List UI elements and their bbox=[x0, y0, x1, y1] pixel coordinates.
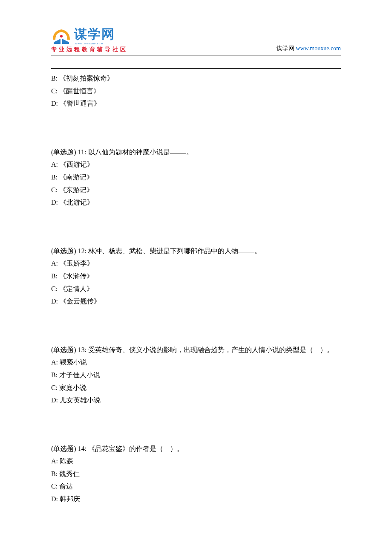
logo-tagline: 专业远程教育辅导社区 bbox=[51, 46, 128, 53]
option-text: 陈森 bbox=[60, 457, 73, 465]
option-text: 俞达 bbox=[59, 483, 73, 490]
option-text: 才子佳人小说 bbox=[59, 371, 100, 379]
question-number: 12: bbox=[78, 247, 86, 254]
option-row: C: 俞达 bbox=[51, 480, 341, 493]
question-stem: (单选题) 13: 受英雄传奇、侠义小说的影响，出现融合趋势，产生的人情小说的类… bbox=[51, 344, 341, 356]
logo-row: 谋学网 www.mouxue.com bbox=[51, 26, 128, 45]
question-11: (单选题) 11: 以八仙为题材的神魔小说是。 A: 《西游记》 B: 《南游记… bbox=[51, 146, 341, 209]
question-text-pre: 以八仙为题材的神魔小说是 bbox=[88, 148, 170, 156]
question-stem: (单选题) 14: 《品花宝鉴》的作者是（ ）。 bbox=[51, 442, 341, 455]
question-12: (单选题) 12: 林冲、杨志、武松、柴进是下列哪部作品中的人物。 A: 《玉娇… bbox=[51, 245, 341, 308]
question-number: 13: bbox=[78, 346, 86, 353]
question-text-post: 。 bbox=[186, 148, 193, 156]
option-text: 《水浒传》 bbox=[59, 272, 93, 280]
blank-fill bbox=[170, 147, 186, 153]
option-row: A: 猥亵小说 bbox=[51, 356, 341, 369]
option-text: 《南游记》 bbox=[59, 173, 93, 181]
question-text-post: 。 bbox=[254, 247, 261, 254]
site-name: 谋学网 bbox=[277, 45, 294, 52]
option-row: B: 《初刻拍案惊奇》 bbox=[51, 72, 341, 85]
option-row: A: 《西游记》 bbox=[51, 158, 341, 171]
option-label: D: bbox=[51, 298, 58, 305]
option-label: D: bbox=[51, 199, 58, 206]
question-stem: (单选题) 12: 林冲、杨志、武松、柴进是下列哪部作品中的人物。 bbox=[51, 245, 341, 257]
question-text-pre: 受英雄传奇、侠义小说的影响，出现融合趋势，产生的人情小说的类型是（ ）。 bbox=[88, 346, 334, 353]
question-number: 11: bbox=[78, 148, 86, 156]
option-label: C: bbox=[51, 87, 58, 95]
option-label: C: bbox=[51, 186, 58, 194]
page-header: 谋学网 www.mouxue.com 专业远程教育辅导社区 谋学网 www.mo… bbox=[51, 26, 341, 53]
option-label: B: bbox=[51, 470, 58, 477]
content-divider bbox=[51, 68, 341, 69]
option-row: C: 《东游记》 bbox=[51, 184, 341, 197]
option-row: D: 《金云翘传》 bbox=[51, 295, 341, 308]
option-label: A: bbox=[51, 457, 58, 465]
option-row: B: 才子佳人小说 bbox=[51, 369, 341, 382]
option-text: 《警世通言》 bbox=[60, 100, 101, 107]
option-text: 儿女英雄小说 bbox=[60, 396, 101, 404]
option-label: C: bbox=[51, 285, 58, 292]
option-label: B: bbox=[51, 75, 58, 82]
option-text: 韩邦庆 bbox=[60, 495, 80, 503]
option-row: D: 韩邦庆 bbox=[51, 493, 341, 506]
option-row: C: 《定情人》 bbox=[51, 283, 341, 295]
question-number: 14: bbox=[78, 445, 86, 452]
question-partial: B: 《初刻拍案惊奇》 C: 《醒世恒言》 D: 《警世通言》 bbox=[51, 72, 341, 110]
option-text: 《初刻拍案惊奇》 bbox=[59, 75, 114, 82]
option-label: A: bbox=[51, 358, 58, 366]
option-label: C: bbox=[51, 483, 58, 490]
option-text: 《金云翘传》 bbox=[60, 298, 101, 305]
header-site-label: 谋学网 www.mouxue.com bbox=[277, 45, 341, 53]
option-row: B: 魏秀仁 bbox=[51, 468, 341, 480]
option-text: 《北游记》 bbox=[60, 199, 94, 206]
option-label: B: bbox=[51, 272, 58, 280]
logo-icon bbox=[51, 27, 72, 44]
option-label: B: bbox=[51, 173, 58, 181]
option-row: A: 陈森 bbox=[51, 455, 341, 468]
question-type: (单选题) bbox=[51, 148, 76, 156]
option-label: C: bbox=[51, 384, 58, 391]
option-row: C: 《醒世恒言》 bbox=[51, 85, 341, 98]
question-type: (单选题) bbox=[51, 445, 76, 452]
option-row: D: 儿女英雄小说 bbox=[51, 394, 341, 407]
logo-text: 谋学网 bbox=[74, 26, 115, 43]
site-link[interactable]: www.mouxue.com bbox=[296, 45, 341, 52]
question-text-pre: 《品花宝鉴》的作者是（ ）。 bbox=[88, 445, 184, 452]
question-14: (单选题) 14: 《品花宝鉴》的作者是（ ）。 A: 陈森 B: 魏秀仁 C:… bbox=[51, 442, 341, 506]
question-stem: (单选题) 11: 以八仙为题材的神魔小说是。 bbox=[51, 146, 341, 159]
header-divider bbox=[51, 55, 341, 55]
logo-block: 谋学网 www.mouxue.com 专业远程教育辅导社区 bbox=[51, 26, 128, 53]
option-label: D: bbox=[51, 396, 58, 404]
option-label: A: bbox=[51, 161, 58, 168]
question-type: (单选题) bbox=[51, 247, 76, 254]
logo-text-block: 谋学网 www.mouxue.com bbox=[74, 26, 115, 45]
option-row: B: 《水浒传》 bbox=[51, 270, 341, 283]
option-label: A: bbox=[51, 260, 58, 267]
question-type: (单选题) bbox=[51, 346, 76, 353]
question-text-pre: 林冲、杨志、武松、柴进是下列哪部作品中的人物 bbox=[88, 247, 238, 254]
option-text: 《醒世恒言》 bbox=[59, 87, 100, 95]
page-container: 谋学网 www.mouxue.com 专业远程教育辅导社区 谋学网 www.mo… bbox=[0, 0, 392, 555]
option-text: 《西游记》 bbox=[60, 161, 94, 168]
option-row: B: 《南游记》 bbox=[51, 171, 341, 184]
option-text: 家庭小说 bbox=[59, 384, 86, 391]
option-label: B: bbox=[51, 371, 58, 379]
option-row: D: 《警世通言》 bbox=[51, 97, 341, 110]
option-label: D: bbox=[51, 100, 58, 107]
option-row: D: 《北游记》 bbox=[51, 196, 341, 209]
option-text: 魏秀仁 bbox=[59, 470, 80, 477]
option-text: 猥亵小说 bbox=[60, 358, 87, 366]
option-text: 《东游记》 bbox=[59, 186, 93, 194]
option-label: D: bbox=[51, 495, 58, 503]
svg-point-0 bbox=[60, 35, 63, 38]
question-13: (单选题) 13: 受英雄传奇、侠义小说的影响，出现融合趋势，产生的人情小说的类… bbox=[51, 344, 341, 407]
option-row: A: 《玉娇李》 bbox=[51, 257, 341, 270]
option-text: 《玉娇李》 bbox=[60, 260, 94, 267]
option-row: C: 家庭小说 bbox=[51, 382, 341, 394]
option-text: 《定情人》 bbox=[59, 285, 93, 292]
blank-fill bbox=[238, 246, 254, 252]
